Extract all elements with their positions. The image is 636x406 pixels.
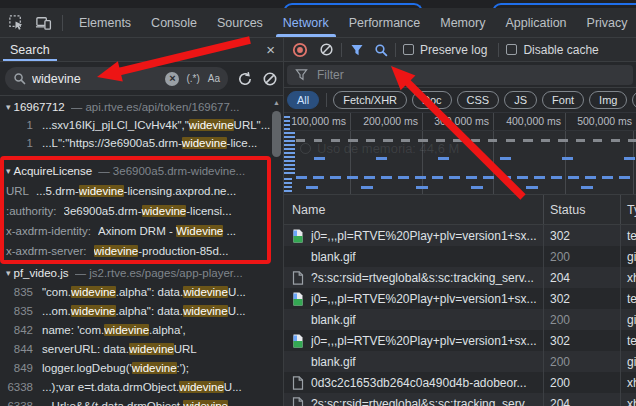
filter-funnel-icon (295, 68, 308, 81)
tab-performance[interactable]: Performance (339, 8, 431, 37)
network-filter-pill (287, 65, 633, 85)
disclosure-triangle-icon[interactable]: ▾ (6, 102, 11, 112)
chip-js[interactable]: JS (504, 91, 537, 109)
search-result-line[interactable]: 849logger.logDebug('widevine:'); (0, 358, 283, 377)
table-row[interactable]: 0d3c2c1653db264c0a490d4b-adobeor...200xh… (284, 372, 636, 393)
table-row[interactable]: j0=,,,pl=RTVE%20Play+plv=version1+sx...3… (284, 288, 636, 309)
clear-network-log-icon[interactable] (319, 42, 334, 57)
doc-green-icon (292, 292, 305, 306)
preserve-log-checkbox[interactable] (403, 44, 414, 55)
scrollbar-thumb[interactable] (272, 111, 281, 157)
request-name-cell: blank.gif (284, 246, 544, 267)
match-highlight: widevine (104, 324, 149, 336)
match-text: Axinom DRM - Widevine ... (98, 225, 236, 237)
table-row[interactable]: j0=,,,pl=RTVE%20Play+plv=version1+sx...3… (284, 330, 636, 351)
request-name-cell: blank.gif (284, 351, 544, 372)
search-panel-title: Search (10, 43, 50, 57)
record-network-log-icon[interactable] (292, 42, 308, 58)
search-result-line[interactable]: 835...om.widevine.alpha": data.widevineU… (0, 301, 283, 320)
tab-privacy[interactable]: Privacy (577, 8, 636, 37)
requests-table-body: j0=,,,pl=RTVE%20Play+plv=version1+sx...3… (284, 225, 636, 406)
disclosure-triangle-icon[interactable]: ▾ (6, 268, 11, 278)
search-result-line[interactable]: 6338...Url:e&&(t.data.drmObject.widevine… (0, 396, 283, 406)
clear-results-icon[interactable] (262, 71, 278, 87)
line-number: 835 (6, 286, 33, 298)
table-row[interactable]: blank.gif200gif (284, 309, 636, 330)
network-search-icon[interactable] (374, 43, 388, 57)
table-row[interactable]: blank.gif200gif (284, 351, 636, 372)
search-result-section: ▾pf_video.js— js2.rtve.es/pages/app-play… (0, 263, 283, 406)
search-result-file-row[interactable]: ▾16967712— api.rtve.es/api/token/169677.… (0, 98, 283, 116)
search-result-line[interactable]: x-axdrm-identity:Axinom DRM - Widevine .… (0, 221, 283, 241)
match-highlight: widevine (183, 286, 228, 298)
search-result-line[interactable]: x-axdrm-server:widevine-production-85d..… (0, 241, 283, 261)
match-highlight: widevine (189, 119, 234, 131)
search-result-line[interactable]: 1...sxv16IKj_pjLCl_ICvHv4k","widevineURL… (0, 116, 283, 134)
search-result-line[interactable]: :authority:3e6900a5.drm-widevine-licensi… (0, 201, 283, 221)
disclosure-triangle-icon[interactable]: ▾ (6, 166, 11, 176)
inspect-element-icon[interactable] (7, 14, 25, 32)
request-type-cell: gif (621, 309, 636, 330)
search-result-section: ▾AcquireLicense— 3e6900a5.drm-widevine..… (0, 161, 283, 261)
search-result-line[interactable]: 1...L":"https://3e6900a5.drm-widevine-li… (0, 134, 283, 152)
chip-font[interactable]: Font (542, 91, 584, 109)
search-panel: Search × × (.*) Aa (0, 38, 284, 406)
tab-elements[interactable]: Elements (69, 8, 141, 37)
match-highlight: widevine (79, 185, 124, 197)
tab-sources[interactable]: Sources (207, 8, 273, 37)
close-icon[interactable]: × (266, 40, 275, 60)
request-name: blank.gif (311, 355, 356, 369)
search-input-pill: × (.*) Aa (5, 67, 228, 90)
device-toolbar-icon[interactable] (34, 14, 52, 32)
table-row[interactable]: j0=,,,pl=RTVE%20Play+plv=version1+sx...3… (284, 225, 636, 246)
tab-console[interactable]: Console (141, 8, 207, 37)
request-status-cell: 200 (544, 246, 621, 267)
chip-img[interactable]: Img (589, 91, 627, 109)
doc-plain-icon (292, 271, 305, 285)
column-header-status[interactable]: Status (544, 195, 621, 224)
tab-memory[interactable]: Memory (430, 8, 495, 37)
search-result-line[interactable]: 835"com.widevine.alpha": data.widevineU.… (0, 282, 283, 301)
chip-all[interactable]: All (287, 91, 319, 109)
doc-plain-icon (292, 376, 305, 390)
request-status-cell: 204 (544, 393, 621, 406)
request-name-cell: blank.gif (284, 309, 544, 330)
scroll-up-icon[interactable]: ▲ (271, 97, 282, 109)
chip-doc[interactable]: Doc (412, 91, 452, 109)
clear-input-icon[interactable]: × (165, 72, 179, 86)
search-panel-tab[interactable]: Search (10, 38, 50, 61)
match-text: "com.widevine.alpha": data.widevineU... (42, 286, 246, 298)
result-file-name: pf_video.js (14, 267, 69, 279)
search-result-file-row[interactable]: ▾pf_video.js— js2.rtve.es/pages/app-play… (0, 263, 283, 282)
table-row[interactable]: ?s:sc:rsid=rtveglobal&s:sc:tracking_serv… (284, 393, 636, 406)
search-result-line[interactable]: URL...5.drm-widevine-licensing.axprod.ne… (0, 181, 283, 201)
match-text: ...om.widevine.alpha": data.widevineU... (42, 305, 246, 317)
search-input[interactable] (32, 72, 165, 86)
filter-icon[interactable] (350, 43, 364, 57)
network-filter-input[interactable] (315, 67, 633, 83)
tab-network[interactable]: Network (273, 8, 339, 37)
search-result-file-row[interactable]: ▾AcquireLicense— 3e6900a5.drm-widevine..… (0, 161, 283, 181)
tab-application[interactable]: Application (495, 8, 576, 37)
search-result-line[interactable]: 844serverURL: data.widevineURL (0, 339, 283, 358)
chip-media[interactable]: Media (632, 91, 636, 109)
table-row[interactable]: ?s:sc:rsid=rtveglobal&s:sc:tracking_serv… (284, 267, 636, 288)
network-overview[interactable]: Uso de memoria: 44,6 M (284, 131, 636, 195)
refresh-icon[interactable] (237, 71, 253, 87)
match-highlight: widevine (129, 343, 174, 355)
match-highlight: widevine (94, 245, 139, 257)
request-name-cell: ?s:sc:rsid=rtveglobal&s:sc:tracking_serv… (284, 267, 544, 288)
overview-dashed-line (296, 139, 636, 142)
search-result-line[interactable]: 6338...);var e=t.data.drmObject.widevine… (0, 377, 283, 396)
regex-toggle[interactable]: (.*) (186, 73, 199, 84)
search-results-scrollbar[interactable]: ▲ (271, 97, 282, 157)
chip-css[interactable]: CSS (457, 91, 500, 109)
chip-fetchxhr[interactable]: Fetch/XHR (333, 91, 407, 109)
line-number: 842 (6, 324, 33, 336)
match-case-toggle[interactable]: Aa (208, 73, 220, 84)
column-header-name[interactable]: Name (284, 195, 544, 224)
search-result-line[interactable]: 842name: 'com.widevine.alpha', (0, 320, 283, 339)
disable-cache-checkbox[interactable] (506, 44, 517, 55)
table-row[interactable]: blank.gif200gif (284, 246, 636, 267)
column-header-type[interactable]: Type (621, 195, 636, 224)
